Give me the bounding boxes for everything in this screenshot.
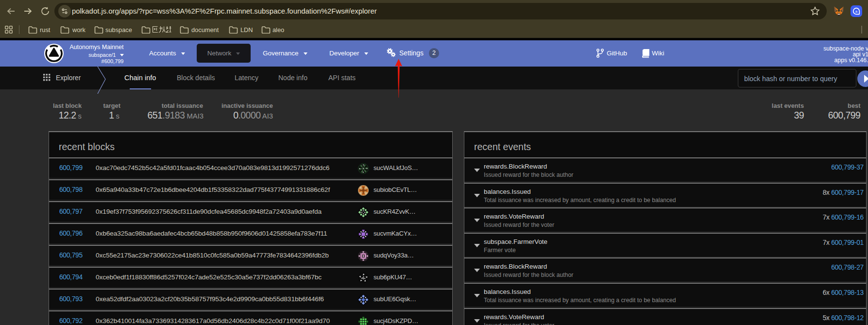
svg-text:a: a (855, 9, 858, 14)
